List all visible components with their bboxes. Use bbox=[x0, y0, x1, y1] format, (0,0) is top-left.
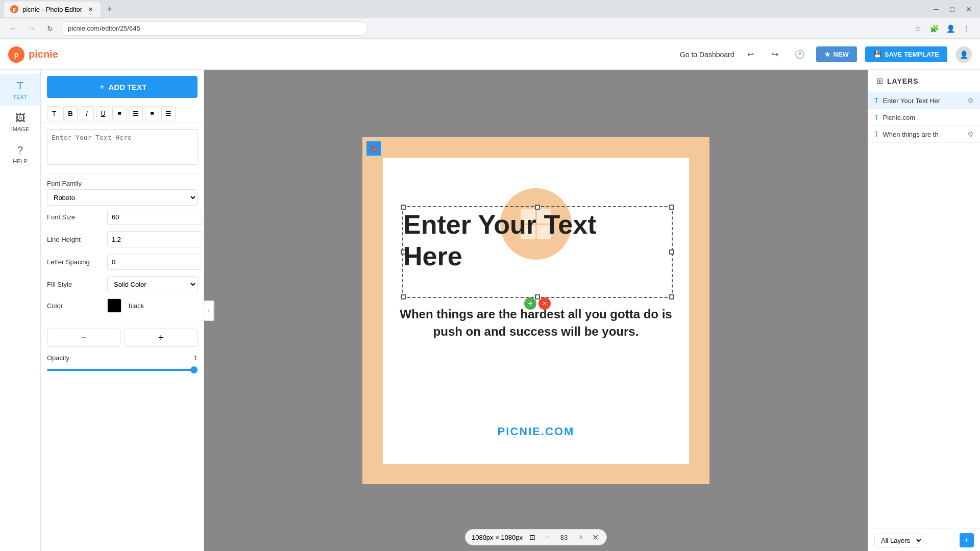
back-btn[interactable]: ← bbox=[6, 21, 20, 36]
layer-type-icon-2: T bbox=[874, 130, 879, 138]
layers-header: ⊞ LAYERS bbox=[868, 70, 980, 92]
new-button[interactable]: ★ NEW bbox=[816, 46, 857, 62]
add-text-element-btn[interactable]: + bbox=[524, 297, 536, 310]
opacity-label: Opacity bbox=[47, 354, 69, 362]
increase-btn[interactable]: + bbox=[125, 329, 198, 347]
handle-bottom-right[interactable] bbox=[669, 294, 674, 299]
save-label: SAVE TEMPLATE bbox=[885, 51, 939, 58]
text-selection-box[interactable]: + ✕ bbox=[402, 206, 673, 298]
logo: p picnie bbox=[8, 46, 58, 63]
collapse-right-panel-btn[interactable]: › bbox=[204, 300, 214, 321]
tab-bar: p picnie - Photo Editor ✕ + ─ □ ✕ bbox=[0, 0, 980, 18]
layer-settings-0[interactable]: ⚙ bbox=[967, 96, 974, 105]
url-input[interactable] bbox=[61, 21, 368, 36]
bookmark-star-icon[interactable]: ☆ bbox=[911, 21, 925, 36]
layer-item-2[interactable]: T When things are th ⚙ bbox=[868, 126, 980, 143]
sidebar-item-help[interactable]: ? HELP bbox=[0, 138, 40, 170]
color-value-label: black bbox=[129, 302, 144, 310]
logo-text: picnie bbox=[29, 48, 58, 60]
italic-btn[interactable]: I bbox=[80, 106, 94, 120]
decrease-btn[interactable]: − bbox=[47, 329, 120, 347]
redo-button[interactable]: ↪ bbox=[767, 46, 783, 63]
letter-spacing-row: Letter Spacing bbox=[41, 251, 204, 273]
new-tab-button[interactable]: + bbox=[103, 2, 117, 16]
menu-icon[interactable]: ⋮ bbox=[960, 21, 974, 36]
line-height-label: Line Height bbox=[47, 236, 103, 243]
handle-middle-right[interactable] bbox=[669, 249, 674, 255]
sidebar-item-image[interactable]: 🖼 IMAGE bbox=[0, 106, 40, 138]
layer-type-icon-1: T bbox=[874, 113, 879, 121]
underline-btn[interactable]: U bbox=[96, 106, 110, 120]
align-center-btn[interactable]: ☰ bbox=[129, 106, 143, 120]
properties-panel: ＋ ADD TEXT T B I U ≡ ☰ ≡ ☰ Font Family R… bbox=[41, 70, 204, 551]
save-template-button[interactable]: 💾 SAVE TEMPLATE bbox=[865, 46, 947, 62]
align-right-btn[interactable]: ≡ bbox=[145, 106, 159, 120]
handle-bottom-left[interactable] bbox=[401, 294, 406, 299]
app: p picnie Go to Dashboard ↩ ↪ 🕐 ★ NEW 💾 S… bbox=[0, 39, 980, 551]
browser-toolbar: ☆ 🧩 👤 ⋮ bbox=[911, 21, 974, 36]
layers-add-btn[interactable]: + bbox=[960, 533, 974, 547]
browser-chrome: p picnie - Photo Editor ✕ + ─ □ ✕ ← → ↻ … bbox=[0, 0, 980, 39]
new-icon: ★ bbox=[824, 51, 830, 58]
font-family-label: Font Family bbox=[41, 178, 204, 189]
zoom-in-btn[interactable]: + bbox=[576, 532, 586, 542]
canvas-area[interactable]: ‹ 🔖 bbox=[204, 70, 868, 551]
quote-text-display[interactable]: When things are the hardest all you gott… bbox=[398, 306, 674, 340]
opacity-value: 1 bbox=[194, 354, 198, 362]
zoom-reset-btn[interactable]: ✕ bbox=[590, 532, 600, 542]
profile-icon[interactable]: 👤 bbox=[943, 21, 958, 36]
canvas-bookmark-icon[interactable]: 🔖 bbox=[366, 141, 381, 156]
layer-name-1: Picnie.com bbox=[883, 114, 974, 121]
sidebar-text-label: TEXT bbox=[13, 94, 27, 100]
letter-spacing-input[interactable] bbox=[107, 254, 202, 270]
tab-close-btn[interactable]: ✕ bbox=[86, 5, 94, 13]
sidebar-item-text[interactable]: T TEXT bbox=[0, 74, 40, 106]
brand-text-display[interactable]: PICNIE.COM bbox=[498, 425, 575, 438]
handle-top-left[interactable] bbox=[401, 205, 406, 210]
handle-middle-left[interactable] bbox=[401, 249, 406, 255]
layer-settings-2[interactable]: ⚙ bbox=[967, 130, 974, 138]
refresh-btn[interactable]: ↻ bbox=[43, 21, 57, 36]
bold-btn[interactable]: B bbox=[63, 106, 78, 120]
fill-style-select[interactable]: Solid Color bbox=[107, 276, 198, 292]
maximize-btn[interactable]: □ bbox=[945, 2, 960, 16]
handle-top-right[interactable] bbox=[669, 205, 674, 210]
divider-1 bbox=[41, 173, 204, 173]
handle-top-middle[interactable] bbox=[535, 205, 540, 210]
close-btn[interactable]: ✕ bbox=[962, 2, 976, 16]
fit-canvas-btn[interactable]: ⊡ bbox=[527, 532, 538, 543]
history-button[interactable]: 🕐 bbox=[792, 46, 808, 63]
minimize-btn[interactable]: ─ bbox=[929, 2, 943, 16]
brand-text-content: PICNIE.COM bbox=[498, 425, 575, 438]
align-justify-btn[interactable]: ☰ bbox=[161, 106, 176, 120]
user-avatar[interactable]: 👤 bbox=[955, 46, 972, 63]
layer-item-0[interactable]: T Enter Your Text Her ⚙ bbox=[868, 92, 980, 109]
canvas-bottom-bar: 1080px × 1080px ⊡ − 83 + ✕ bbox=[465, 529, 607, 545]
extension-icon[interactable]: 🧩 bbox=[927, 21, 941, 36]
browser-tab[interactable]: p picnie - Photo Editor ✕ bbox=[4, 2, 101, 17]
font-size-input[interactable] bbox=[107, 209, 202, 225]
undo-button[interactable]: ↩ bbox=[743, 46, 759, 63]
letter-spacing-label: Letter Spacing bbox=[47, 258, 103, 266]
address-bar: ← → ↻ ☆ 🧩 👤 ⋮ bbox=[0, 18, 980, 39]
delete-text-element-btn[interactable]: ✕ bbox=[538, 297, 551, 310]
font-family-select[interactable]: Roboto bbox=[47, 189, 198, 206]
text-content-input[interactable] bbox=[47, 129, 198, 165]
all-layers-select[interactable]: All Layers bbox=[874, 534, 923, 547]
layer-item-1[interactable]: T Picnie.com bbox=[868, 109, 980, 126]
opacity-slider[interactable] bbox=[47, 369, 198, 371]
color-swatch[interactable] bbox=[107, 298, 121, 313]
forward-btn[interactable]: → bbox=[24, 21, 39, 36]
add-text-button[interactable]: ＋ ADD TEXT bbox=[47, 76, 198, 98]
zoom-out-btn[interactable]: − bbox=[542, 532, 552, 542]
zoom-level-value: 83 bbox=[556, 534, 572, 541]
new-label: NEW bbox=[834, 51, 849, 58]
text-style-btn[interactable]: T bbox=[47, 106, 61, 120]
left-sidebar: T TEXT 🖼 IMAGE ? HELP bbox=[0, 70, 41, 551]
main-content: T TEXT 🖼 IMAGE ? HELP ＋ ADD TEXT T B I bbox=[0, 70, 980, 551]
font-size-row: Font Size bbox=[41, 206, 204, 228]
layer-type-icon-0: T bbox=[874, 96, 879, 105]
line-height-input[interactable] bbox=[107, 231, 202, 247]
align-left-btn[interactable]: ≡ bbox=[112, 106, 127, 120]
go-to-dashboard-link[interactable]: Go to Dashboard bbox=[680, 51, 734, 59]
